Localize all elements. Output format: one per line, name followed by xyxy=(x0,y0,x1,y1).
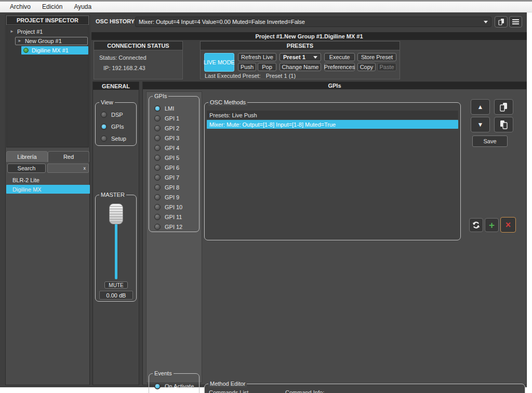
arrow-down-icon: ▼ xyxy=(477,121,484,128)
move-down-button[interactable]: ▼ xyxy=(471,117,490,132)
preferences-button[interactable]: Preferences xyxy=(324,63,355,71)
menu-bar: Archivo Edición Ayuda xyxy=(0,2,532,12)
search-button[interactable]: Search xyxy=(7,164,46,173)
copy-method-button[interactable] xyxy=(494,99,513,115)
gpis-legend: GPIs xyxy=(153,93,168,100)
master-fader-knob[interactable] xyxy=(109,204,123,224)
radio-label: GPI 2 xyxy=(165,125,179,131)
gpi-option-1[interactable]: GPI 1 xyxy=(149,113,199,123)
connection-status-panel: CONNECTION STATUS Status: Connected IP: … xyxy=(94,41,183,79)
refresh-button[interactable] xyxy=(469,218,483,232)
commands-list-label: Commands List xyxy=(209,389,248,393)
tab-libreria[interactable]: Librería xyxy=(6,151,48,162)
radio-icon xyxy=(154,174,161,181)
library-item-label: BLR-2 Lite xyxy=(12,177,39,183)
gpi-option-12[interactable]: GPI 12 xyxy=(149,222,199,232)
gpi-option-5[interactable]: GPI 5 xyxy=(149,153,199,162)
gpi-option-10[interactable]: GPI 10 xyxy=(149,202,199,212)
menu-edicion[interactable]: Edición xyxy=(36,2,68,11)
refresh-live-button[interactable]: Refresh Live xyxy=(238,53,276,61)
last-executed-label: Last Executed Preset: xyxy=(205,73,261,79)
radio-label: GPI 11 xyxy=(165,214,182,220)
method-editor-fieldset: Method Editor Commands List Command Info… xyxy=(204,384,525,393)
gpi-option-lmi[interactable]: LMI xyxy=(149,103,199,113)
push-button[interactable]: Push xyxy=(238,63,256,71)
tree-item-project[interactable]: ► Project #1 xyxy=(10,28,43,36)
osc-history-dropdown[interactable]: Mixer: Output=4 Input=4 Value=0.00 Muted… xyxy=(135,17,491,27)
gpi-option-3[interactable]: GPI 3 xyxy=(149,133,199,143)
delete-method-button[interactable]: × xyxy=(500,217,516,233)
radio-label: GPI 8 xyxy=(165,184,179,191)
radio-label: GPI 10 xyxy=(165,204,182,210)
view-option-gpis[interactable]: GPIs xyxy=(96,121,136,131)
copy-icon xyxy=(498,18,505,25)
project-inspector-header: PROJECT INSPECTOR xyxy=(6,16,89,25)
command-info-label: Command Info: xyxy=(285,389,324,393)
gpi-option-4[interactable]: GPI 4 xyxy=(149,143,199,153)
osc-history-bar: OSC HISTORY Mixer: Output=4 Input=4 Valu… xyxy=(91,16,527,28)
radio-label: On Activate xyxy=(165,383,194,389)
event-option-activate[interactable]: On Activate xyxy=(149,381,199,391)
osc-method-label: Mixer: Mute: Output=[1-8] Input=[1-8] Mu… xyxy=(209,121,336,128)
save-button[interactable]: Save xyxy=(472,135,508,147)
osc-method-row[interactable]: Presets: Live Push xyxy=(207,111,458,119)
gpi-option-6[interactable]: GPI 6 xyxy=(149,162,199,172)
paste-method-button[interactable] xyxy=(494,117,513,132)
radio-icon xyxy=(154,135,161,141)
move-up-button[interactable]: ▲ xyxy=(471,99,490,115)
mute-button[interactable]: MUTE xyxy=(104,281,128,289)
view-option-dsp[interactable]: DSP xyxy=(96,110,136,119)
radio-icon xyxy=(101,112,107,118)
add-method-button[interactable]: + xyxy=(485,218,499,232)
radio-selected-icon xyxy=(154,105,161,112)
paste-preset-button[interactable]: Paste xyxy=(377,63,396,71)
search-input[interactable]: x xyxy=(47,164,89,173)
radio-icon xyxy=(154,184,161,191)
change-name-button[interactable]: Change Name xyxy=(280,63,321,71)
osc-history-copy-button[interactable] xyxy=(495,16,508,28)
expand-triangle-icon[interactable]: ► xyxy=(10,30,14,34)
radio-icon xyxy=(154,214,161,220)
view-fieldset: View DSP GPIs Setup xyxy=(95,102,137,146)
gpi-option-8[interactable]: GPI 8 xyxy=(149,182,199,192)
osc-method-row-selected[interactable]: Mixer: Mute: Output=[1-8] Input=[1-8] Mu… xyxy=(207,120,458,129)
fader-track[interactable] xyxy=(115,221,117,279)
gpi-option-11[interactable]: GPI 11 xyxy=(149,212,199,222)
tab-red[interactable]: Red xyxy=(48,151,89,162)
clear-search-icon[interactable]: x xyxy=(84,166,86,171)
tree-item-group[interactable]: ► New Group #1 xyxy=(15,37,88,45)
tree-group-box: ► New Group #1 xyxy=(15,37,88,45)
gpis-panel-header: GPIs xyxy=(143,82,526,89)
menu-archivo[interactable]: Archivo xyxy=(4,2,36,11)
chevron-down-icon xyxy=(484,21,488,23)
radio-label: GPI 7 xyxy=(165,174,179,181)
pop-button[interactable]: Pop xyxy=(258,63,276,71)
radio-label: LMI xyxy=(165,105,174,112)
library-item-digilinemx[interactable]: Digiline MX xyxy=(6,185,90,194)
store-preset-button[interactable]: Store Preset xyxy=(357,53,396,61)
events-fieldset: Events On Activate On Deactivate xyxy=(149,373,200,393)
refresh-icon xyxy=(472,221,481,229)
gpi-option-7[interactable]: GPI 7 xyxy=(149,172,199,182)
tree-item-device[interactable]: Digiline MX #1 xyxy=(21,46,88,55)
preset-select[interactable]: Preset 1 xyxy=(280,53,321,61)
library-item-label: Digiline MX xyxy=(12,186,42,193)
radio-icon xyxy=(154,145,161,151)
gpi-option-9[interactable]: GPI 9 xyxy=(149,192,199,202)
live-mode-button[interactable]: LIVE MODE xyxy=(204,53,234,72)
connection-status-header: CONNECTION STATUS xyxy=(94,42,182,50)
radio-icon xyxy=(154,115,161,121)
execute-button[interactable]: Execute xyxy=(324,53,355,61)
gpis-fieldset: GPIs LMI GPI 1 GPI 2 GPI 3 GPI 4 GPI 5 G… xyxy=(149,96,200,232)
radio-label: GPI 1 xyxy=(165,115,179,121)
copy-preset-button[interactable]: Copy xyxy=(357,63,376,71)
expand-triangle-icon[interactable]: ► xyxy=(18,39,22,43)
view-option-setup[interactable]: Setup xyxy=(96,133,136,143)
master-level-display: 0.00 dB xyxy=(99,291,133,300)
osc-method-label: Presets: Live Push xyxy=(209,112,257,118)
gpi-option-2[interactable]: GPI 2 xyxy=(149,123,199,133)
menu-ayuda[interactable]: Ayuda xyxy=(68,2,97,11)
workspace: PROJECT INSPECTOR ► Project #1 ► New Gro… xyxy=(0,12,527,387)
library-item-blr2lite[interactable]: BLR-2 Lite xyxy=(6,175,90,184)
osc-history-menu-button[interactable] xyxy=(509,16,522,28)
